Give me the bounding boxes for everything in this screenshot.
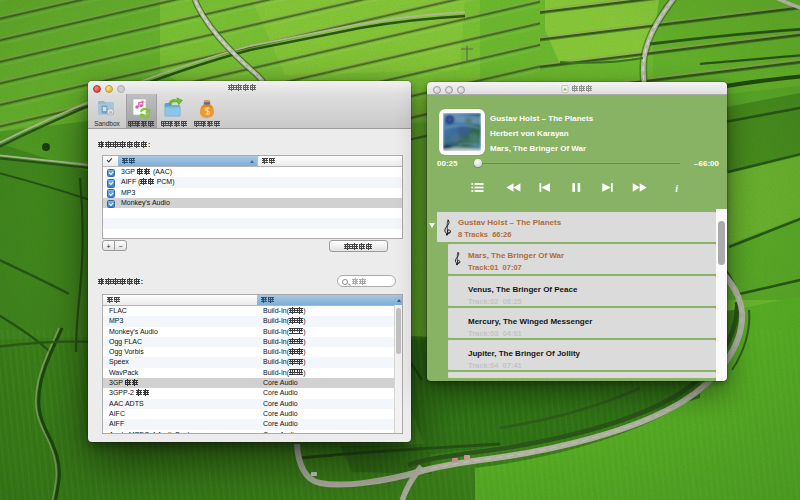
svg-text:i: i: [675, 183, 678, 194]
